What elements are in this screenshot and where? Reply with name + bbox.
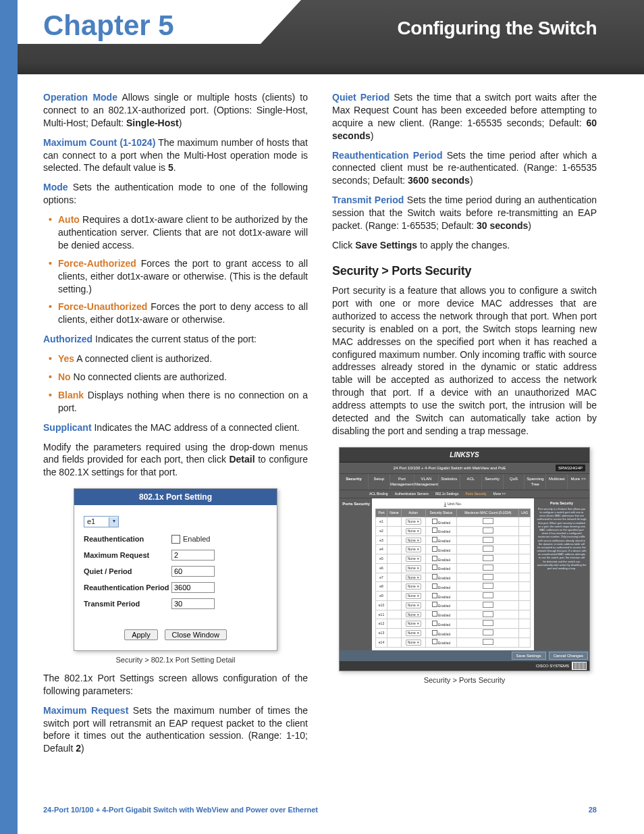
reauth-checkbox[interactable]: Enabled bbox=[171, 534, 210, 544]
max-mac-input[interactable] bbox=[483, 592, 493, 598]
max-mac-input[interactable] bbox=[483, 583, 493, 589]
subtab-more[interactable]: More >> bbox=[493, 492, 506, 496]
max-request-input[interactable] bbox=[171, 550, 215, 561]
save-settings-button[interactable]: Save Settings bbox=[512, 652, 546, 660]
cell-max-mac[interactable] bbox=[457, 554, 519, 564]
tab-spanning-tree[interactable]: Spanning Tree bbox=[525, 474, 546, 489]
cell-action[interactable]: None ▾ bbox=[401, 610, 425, 619]
cell-security-status[interactable]: Enabled bbox=[425, 610, 457, 619]
tab-vlan-management[interactable]: VLAN Management bbox=[414, 474, 439, 489]
max-mac-input[interactable] bbox=[483, 602, 493, 608]
fig-8021x-window: 802.1x Port Setting e1 ▾ Reauthenticatio… bbox=[74, 488, 277, 651]
cell-max-mac[interactable] bbox=[457, 619, 519, 629]
cell-security-status[interactable]: Enabled bbox=[425, 536, 457, 545]
max-mac-input[interactable] bbox=[483, 565, 493, 571]
cell-port: e5 bbox=[376, 554, 387, 564]
tab-qos[interactable]: QoS bbox=[504, 474, 525, 489]
list-item: Auto Requires a dot1x-aware client to be… bbox=[58, 213, 308, 252]
cell-security-status[interactable]: Enabled bbox=[425, 619, 457, 629]
max-mac-input[interactable] bbox=[483, 629, 493, 635]
tab-multicast[interactable]: Multicast bbox=[546, 474, 568, 489]
max-mac-input[interactable] bbox=[483, 518, 493, 524]
unit-selector[interactable]: 1 Unit No. bbox=[375, 501, 531, 506]
cell-max-mac[interactable] bbox=[457, 573, 519, 582]
term-mode: Mode bbox=[43, 182, 68, 192]
apply-button[interactable]: Apply bbox=[124, 629, 158, 640]
max-mac-input[interactable] bbox=[483, 620, 493, 626]
cell-action[interactable]: None ▾ bbox=[401, 545, 425, 554]
tab-acl[interactable]: ACL bbox=[460, 474, 482, 489]
max-mac-input[interactable] bbox=[483, 537, 493, 543]
close-window-button[interactable]: Close Window bbox=[165, 629, 227, 640]
cell-name bbox=[387, 610, 402, 619]
subtab-acl-binding[interactable]: ACL Binding bbox=[369, 492, 388, 496]
max-mac-input[interactable] bbox=[483, 574, 493, 580]
cell-security-status[interactable]: Enabled bbox=[425, 545, 457, 554]
cell-action[interactable]: None ▾ bbox=[401, 573, 425, 582]
para-transmit-period: Transmit Period Sets the time period dur… bbox=[332, 194, 597, 232]
cell-action[interactable]: None ▾ bbox=[401, 629, 425, 638]
para-supplicant: Supplicant Indicates the MAC address of … bbox=[43, 421, 308, 434]
cell-port: e13 bbox=[376, 629, 387, 638]
tab-statistics[interactable]: Statistics bbox=[439, 474, 460, 489]
cell-max-mac[interactable] bbox=[457, 592, 519, 601]
max-mac-input[interactable] bbox=[483, 555, 493, 561]
cell-max-mac[interactable] bbox=[457, 582, 519, 592]
max-mac-input[interactable] bbox=[483, 527, 493, 533]
tab-more[interactable]: More >> bbox=[568, 474, 589, 489]
cell-security-status[interactable]: Enabled bbox=[425, 582, 457, 592]
cell-security-status[interactable]: Enabled bbox=[425, 573, 457, 582]
cell-security-status[interactable]: Enabled bbox=[425, 526, 457, 536]
quiet-period-input[interactable] bbox=[171, 566, 215, 577]
cell-action[interactable]: None ▾ bbox=[401, 600, 425, 610]
cell-max-mac[interactable] bbox=[457, 526, 519, 536]
subtab-8021x[interactable]: 802.1x Settings bbox=[435, 492, 458, 496]
term-transmit-period: Transmit Period bbox=[332, 194, 404, 205]
chevron-down-icon: ▾ bbox=[417, 575, 419, 580]
cell-max-mac[interactable] bbox=[457, 563, 519, 573]
cell-max-mac[interactable] bbox=[457, 610, 519, 619]
max-mac-input[interactable] bbox=[483, 611, 493, 617]
cell-action[interactable]: None ▾ bbox=[401, 554, 425, 564]
cell-action[interactable]: None ▾ bbox=[401, 582, 425, 592]
cell-security-status[interactable]: Enabled bbox=[425, 554, 457, 564]
cell-action[interactable]: None ▾ bbox=[401, 526, 425, 536]
tab-setup[interactable]: Setup bbox=[369, 474, 390, 489]
cell-max-mac[interactable] bbox=[457, 600, 519, 610]
reauth-period-input[interactable] bbox=[171, 582, 215, 593]
cell-lag bbox=[519, 517, 531, 527]
checkbox-icon bbox=[432, 537, 437, 542]
cell-security-status[interactable]: Enabled bbox=[425, 629, 457, 638]
cell-security-status[interactable]: Enabled bbox=[425, 563, 457, 573]
cancel-changes-button[interactable]: Cancel Changes bbox=[549, 652, 588, 660]
term-quiet-period: Quiet Period bbox=[332, 92, 390, 103]
cell-security-status[interactable]: Enabled bbox=[425, 592, 457, 601]
max-mac-input[interactable] bbox=[483, 546, 493, 552]
subtab-ports-security[interactable]: Ports Security bbox=[465, 492, 486, 496]
cell-security-status[interactable]: Enabled bbox=[425, 517, 457, 527]
cell-security-status[interactable]: Enabled bbox=[425, 637, 457, 647]
max-mac-input[interactable] bbox=[483, 639, 493, 645]
cell-action[interactable]: None ▾ bbox=[401, 517, 425, 527]
subtab-auth-servers[interactable]: Authentication Servers bbox=[395, 492, 429, 496]
cell-max-mac[interactable] bbox=[457, 629, 519, 638]
cell-security-status[interactable]: Enabled bbox=[425, 600, 457, 610]
opt-auto: Auto bbox=[58, 214, 80, 225]
cell-action[interactable]: None ▾ bbox=[401, 619, 425, 629]
cell-action[interactable]: None ▾ bbox=[401, 536, 425, 545]
tab-security[interactable]: Security bbox=[482, 474, 504, 489]
cell-max-mac[interactable] bbox=[457, 536, 519, 545]
cell-max-mac[interactable] bbox=[457, 545, 519, 554]
cell-max-mac[interactable] bbox=[457, 637, 519, 647]
cell-action[interactable]: None ▾ bbox=[401, 563, 425, 573]
tab-port-management[interactable]: Port Management bbox=[390, 474, 414, 489]
cell-action[interactable]: None ▾ bbox=[401, 637, 425, 647]
cell-action[interactable]: None ▾ bbox=[401, 592, 425, 601]
transmit-period-input[interactable] bbox=[171, 598, 215, 609]
fig2-caption: Security > Ports Security bbox=[332, 675, 597, 685]
fig-ports-tabs: Security Setup Port Management VLAN Mana… bbox=[340, 473, 589, 490]
cell-max-mac[interactable] bbox=[457, 517, 519, 527]
list-item: No No connected clients are authorized. bbox=[58, 371, 308, 384]
port-select[interactable]: e1 ▾ bbox=[84, 516, 119, 527]
table-row: e5None ▾ Enabled bbox=[376, 554, 531, 564]
